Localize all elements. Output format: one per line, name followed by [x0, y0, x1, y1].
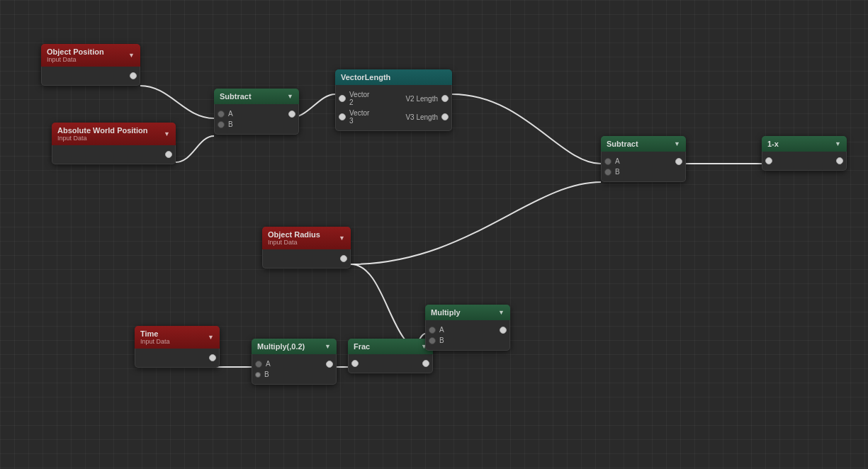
io-row [765, 156, 843, 166]
input-pin-a[interactable] [218, 111, 225, 118]
output-row [45, 71, 137, 81]
output-pin-v3[interactable] [441, 113, 449, 120]
node-object-radius-header[interactable]: Object Radius Input Data ▼ [262, 227, 351, 249]
output-pin[interactable] [130, 72, 137, 79]
node-subtract1-body: A B [214, 104, 299, 135]
node-vector-length-body: Vector 2 V2 Length Vector 3 V3 Length [335, 85, 452, 131]
node-object-radius: Object Radius Input Data ▼ [262, 227, 351, 269]
node-subtract2-header[interactable]: Subtract ▼ [601, 136, 686, 152]
input-pin-a[interactable] [604, 158, 611, 165]
node-multiply-02: Multiply(,0.2) ▼ A B [252, 339, 337, 385]
node-time-header[interactable]: Time Input Data ▼ [135, 326, 220, 349]
input-pin[interactable] [351, 360, 359, 367]
chevron-down-icon: ▼ [339, 234, 345, 242]
node-one-minus-x-header[interactable]: 1-x ▼ [762, 136, 847, 152]
chevron-down-icon: ▼ [128, 52, 135, 59]
node-object-radius-body [262, 249, 351, 269]
output-pin[interactable] [422, 360, 429, 367]
node-absolute-world-body [52, 145, 176, 164]
node-subtract1: Subtract ▼ A B [214, 89, 299, 135]
input-pin-a[interactable] [429, 327, 436, 334]
chevron-down-icon: ▼ [835, 140, 841, 147]
node-vector-length: VectorLength Vector 2 V2 Length Vector 3… [335, 69, 452, 131]
input-row-b: B [604, 166, 682, 177]
node-object-radius-title: Object Radius [268, 230, 320, 239]
output-pin[interactable] [209, 354, 216, 361]
node-frac-body [348, 354, 433, 373]
input-row-a: A [255, 358, 333, 369]
input-pin-a[interactable] [255, 361, 262, 368]
node-subtract1-header[interactable]: Subtract ▼ [214, 89, 299, 104]
vector3-row: Vector 3 V3 Length [339, 108, 449, 126]
node-subtract2: Subtract ▼ A B [601, 136, 686, 182]
pin-label-a: A [615, 157, 620, 165]
node-time-subtitle: Input Data [140, 338, 170, 345]
node-frac-title: Frac [354, 342, 370, 351]
input-pin-b[interactable] [255, 372, 261, 378]
chevron-down-icon: ▼ [325, 343, 331, 350]
output-pin[interactable] [500, 327, 507, 334]
output-row [55, 149, 172, 159]
node-object-position: Object Position Input Data ▼ [41, 44, 140, 86]
node-multiply-body: A B [425, 320, 510, 351]
node-multiply-02-header[interactable]: Multiply(,0.2) ▼ [252, 339, 337, 354]
node-vector-length-header[interactable]: VectorLength [335, 69, 452, 85]
node-one-minus-x-title: 1-x [767, 140, 779, 148]
input-row-b: B [429, 335, 507, 346]
node-multiply-02-body: A B [252, 354, 337, 385]
input-row-a: A [604, 156, 682, 166]
node-absolute-world-title: Absolute World Position [57, 126, 148, 135]
output-pin[interactable] [288, 111, 295, 118]
node-frac-header[interactable]: Frac ▼ [348, 339, 433, 354]
node-subtract2-title: Subtract [607, 140, 638, 148]
chevron-down-icon: ▼ [498, 309, 505, 316]
output-row [138, 353, 216, 363]
pin-label-a: A [266, 360, 271, 368]
output-pin[interactable] [326, 361, 333, 368]
node-object-position-title: Object Position [47, 47, 104, 56]
output-pin[interactable] [675, 158, 682, 165]
pin-label-v2: Vector 2 [349, 91, 369, 106]
node-subtract2-body: A B [601, 152, 686, 182]
node-absolute-world: Absolute World Position Input Data ▼ [52, 123, 176, 164]
output-pin[interactable] [836, 157, 843, 164]
node-object-position-header[interactable]: Object Position Input Data ▼ [41, 44, 140, 67]
input-pin-b[interactable] [604, 169, 611, 176]
output-row [266, 254, 347, 264]
node-absolute-world-header[interactable]: Absolute World Position Input Data ▼ [52, 123, 176, 145]
node-multiply: Multiply ▼ A B [425, 305, 510, 351]
input-pin-b[interactable] [218, 121, 225, 128]
node-absolute-world-subtitle: Input Data [57, 135, 148, 142]
pin-label-b: B [228, 120, 233, 128]
input-pin-b[interactable] [429, 337, 436, 344]
output-pin-v2[interactable] [441, 95, 449, 102]
output-pin[interactable] [340, 255, 347, 262]
node-one-minus-x: 1-x ▼ [762, 136, 847, 171]
pin-label-a: A [228, 110, 233, 118]
node-vector-length-title: VectorLength [341, 73, 390, 81]
node-time: Time Input Data ▼ [135, 326, 220, 368]
node-multiply-header[interactable]: Multiply ▼ [425, 305, 510, 320]
chevron-down-icon: ▼ [208, 334, 214, 341]
chevron-down-icon: ▼ [287, 93, 293, 100]
input-row-a: A [218, 108, 295, 119]
chevron-down-icon: ▼ [164, 130, 170, 137]
chevron-down-icon: ▼ [674, 140, 680, 147]
io-row [351, 358, 429, 368]
node-multiply-title: Multiply [431, 308, 461, 317]
node-object-position-body [41, 67, 140, 86]
pin-label-v3: Vector 3 [349, 109, 369, 125]
input-pin-v2[interactable] [339, 95, 346, 102]
v2-length-label: V2 Length [405, 95, 438, 103]
pin-label-b: B [439, 337, 444, 344]
input-pin-v3[interactable] [339, 113, 346, 120]
input-pin[interactable] [765, 157, 772, 164]
node-object-position-subtitle: Input Data [47, 56, 104, 63]
output-pin[interactable] [165, 151, 172, 158]
node-one-minus-x-body [762, 152, 847, 171]
input-row-a: A [429, 324, 507, 335]
input-row-b: B [218, 119, 295, 130]
pin-label-b: B [264, 371, 269, 378]
node-object-radius-subtitle: Input Data [268, 239, 320, 246]
node-frac: Frac ▼ [348, 339, 433, 373]
